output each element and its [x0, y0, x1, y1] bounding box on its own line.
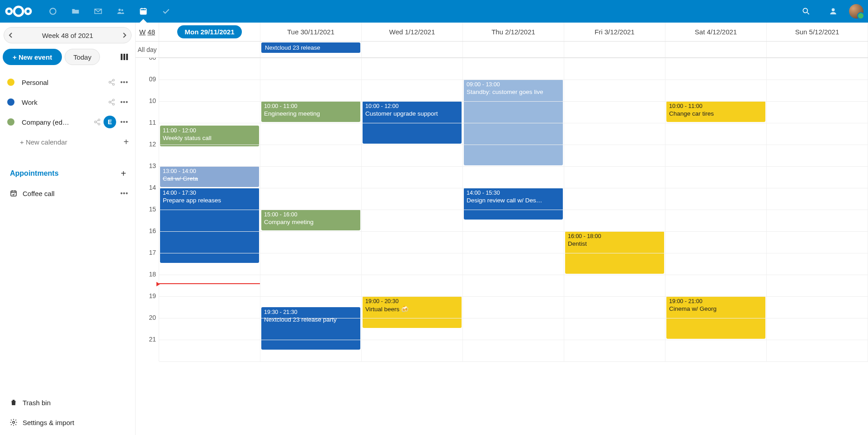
all-day-event[interactable]: Nextcloud 23 release	[261, 42, 360, 53]
week-number-header: W 48	[136, 23, 159, 41]
svg-rect-16	[126, 54, 128, 60]
plus-icon[interactable]: +	[120, 137, 132, 147]
svg-point-3	[50, 8, 56, 14]
tasks-icon[interactable]	[155, 0, 177, 23]
day-header[interactable]: Sun 5/12/2021	[767, 23, 868, 41]
calendar-list: Personal ••• Work ••• Company (ed… E •••…	[3, 72, 132, 152]
calendar-menu-icon[interactable]: •••	[118, 98, 131, 106]
calendar-icon[interactable]	[132, 0, 155, 23]
calendar-event[interactable]: 10:00 - 11:00Change car tires	[666, 101, 765, 122]
hour-label: 13	[136, 162, 159, 184]
calendar-company[interactable]: Company (ed… E •••	[3, 112, 132, 132]
calendar-menu-icon[interactable]: •••	[118, 118, 131, 126]
hour-label: 09	[136, 75, 159, 97]
day-header-row: W 48 Mon 29/11/2021Tue 30/11/2021Wed 1/1…	[136, 23, 868, 42]
trash-bin-button[interactable]: Trash bin	[3, 393, 132, 412]
calendar-event[interactable]: 14:00 - 17:30Prepare app releases	[160, 188, 259, 263]
hour-label: 19	[136, 292, 159, 314]
appointment-coffee-call[interactable]: Coffee call •••	[3, 183, 132, 203]
settings-label: Settings & import	[23, 419, 74, 426]
calendar-color-dot	[7, 79, 14, 86]
calendar-event[interactable]: 19:30 - 21:30Nextcloud 23 release party	[261, 307, 360, 350]
all-day-cell[interactable]: Nextcloud 23 release	[260, 42, 362, 57]
svg-line-31	[96, 122, 99, 124]
grid-body[interactable]: 0809101112131415161718192021 11:00 - 12:…	[136, 58, 868, 435]
day-header[interactable]: Tue 30/11/2021	[260, 23, 362, 41]
new-event-button[interactable]: + New event	[3, 49, 62, 65]
appointment-menu-icon[interactable]: •••	[118, 190, 131, 197]
header-right	[795, 0, 863, 23]
all-day-cell[interactable]	[362, 42, 463, 57]
appointments-label[interactable]: Appointments	[5, 169, 117, 178]
day-header[interactable]: Wed 1/12/2021	[362, 23, 463, 41]
svg-line-30	[96, 120, 99, 122]
add-appointment-icon[interactable]: +	[117, 168, 130, 179]
calendar-event[interactable]: 11:00 - 12:00Weekly status call	[160, 126, 259, 146]
calendar-work[interactable]: Work •••	[3, 92, 132, 112]
search-icon[interactable]	[795, 0, 817, 23]
svg-point-17	[113, 79, 114, 81]
new-calendar-row[interactable]: + New calendar +	[3, 132, 132, 152]
today-button[interactable]: Today	[65, 49, 100, 65]
calendar-personal[interactable]: Personal •••	[3, 72, 132, 92]
contacts-icon[interactable]	[109, 0, 132, 23]
calendar-event[interactable]: 10:00 - 12:00Customer upgrade support	[363, 101, 462, 144]
svg-point-23	[109, 101, 111, 103]
hour-label: 11	[136, 119, 159, 140]
nextcloud-logo[interactable]	[5, 4, 33, 19]
hour-label: 14	[136, 184, 159, 206]
appointment-label: Coffee call	[23, 190, 118, 197]
svg-point-29	[98, 123, 100, 125]
appointment-icon	[5, 189, 23, 197]
calendar-event[interactable]: 16:00 - 18:00Dentist	[565, 231, 664, 274]
svg-rect-14	[121, 54, 123, 60]
svg-line-20	[111, 80, 113, 82]
svg-point-28	[94, 121, 96, 123]
share-icon[interactable]	[105, 98, 118, 106]
week-label[interactable]: Week 48 of 2021	[18, 32, 118, 39]
day-header[interactable]: Thu 2/12/2021	[463, 23, 564, 41]
all-day-cell[interactable]	[767, 42, 868, 57]
calendar-event[interactable]: 10:00 - 11:00Engineering meeting	[261, 101, 360, 122]
calendar-label: Company (ed…	[22, 118, 91, 126]
mail-icon[interactable]	[87, 0, 109, 23]
share-icon[interactable]	[91, 118, 104, 126]
day-header[interactable]: Mon 29/11/2021	[159, 23, 260, 41]
all-day-cell[interactable]	[463, 42, 564, 57]
app-nav	[42, 0, 177, 23]
share-icon[interactable]	[105, 79, 118, 86]
all-day-cell[interactable]	[159, 42, 260, 57]
calendar-event[interactable]: 13:00 - 14:00Call w/ Greta	[160, 166, 259, 187]
all-day-cell[interactable]	[665, 42, 767, 57]
calendar-event[interactable]: 19:00 - 21:00Cinema w/ Georg	[666, 296, 765, 339]
calendar-event[interactable]: 19:00 - 20:30Virtual beers 🍻	[363, 296, 462, 328]
new-calendar-label: + New calendar	[20, 138, 67, 146]
svg-point-18	[109, 81, 111, 83]
calendar-label: Personal	[22, 79, 105, 86]
hour-label: 20	[136, 314, 159, 336]
svg-point-0	[14, 7, 23, 16]
dashboard-icon[interactable]	[42, 0, 64, 23]
all-day-label: All day	[136, 42, 159, 57]
calendar-grid: W 48 Mon 29/11/2021Tue 30/11/2021Wed 1/1…	[136, 23, 868, 435]
settings-button[interactable]: Settings & import	[3, 412, 132, 432]
now-indicator	[159, 283, 260, 284]
files-icon[interactable]	[64, 0, 87, 23]
avatar[interactable]	[849, 4, 863, 19]
svg-point-27	[98, 119, 100, 121]
sidebar: Week 48 of 2021 + New event Today Person…	[0, 23, 136, 435]
user-contacts-icon[interactable]	[822, 0, 844, 23]
calendar-event[interactable]: 09:00 - 13:00Standby: customer goes live	[464, 80, 563, 165]
prev-week-button[interactable]	[4, 33, 18, 38]
next-week-button[interactable]	[118, 33, 131, 38]
view-mode-button[interactable]	[116, 49, 132, 65]
calendar-menu-icon[interactable]: •••	[118, 79, 131, 86]
calendar-label: Work	[22, 98, 105, 106]
all-day-row: All day Nextcloud 23 release	[136, 42, 868, 58]
day-header[interactable]: Sat 4/12/2021	[665, 23, 767, 41]
all-day-cell[interactable]	[564, 42, 665, 57]
day-header[interactable]: Fri 3/12/2021	[564, 23, 665, 41]
svg-point-22	[113, 99, 114, 101]
calendar-event[interactable]: 14:00 - 15:30Design review call w/ Des…	[464, 188, 563, 220]
calendar-event[interactable]: 15:00 - 16:00Company meeting	[261, 210, 360, 230]
